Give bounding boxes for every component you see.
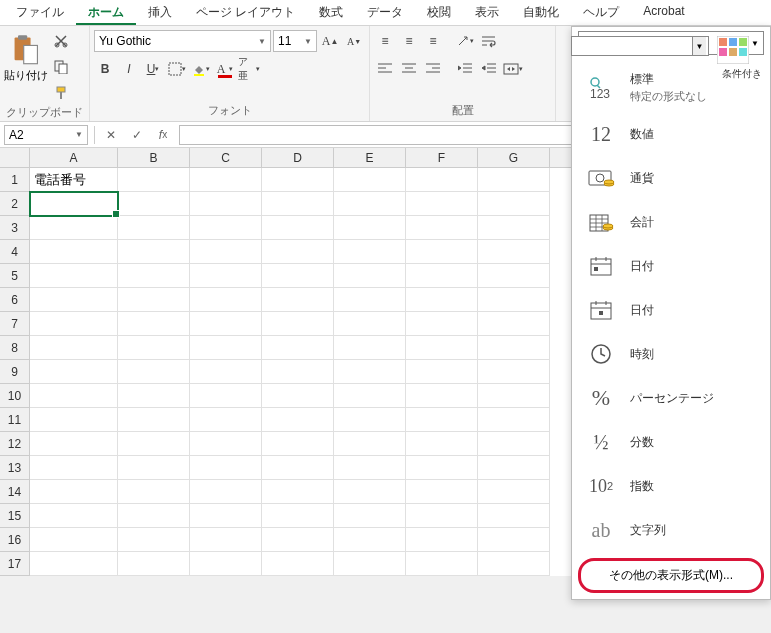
cell[interactable] xyxy=(406,168,478,192)
cell[interactable] xyxy=(118,552,190,576)
increase-font-button[interactable]: A▲ xyxy=(319,30,341,52)
number-format-combo[interactable]: ▼ xyxy=(571,36,709,56)
cell[interactable] xyxy=(478,192,550,216)
row-header[interactable]: 6 xyxy=(0,288,30,312)
format-painter-button[interactable] xyxy=(50,82,72,104)
align-middle-button[interactable]: ≡ xyxy=(398,30,420,52)
cell[interactable] xyxy=(406,480,478,504)
font-color-button[interactable]: A▾ xyxy=(214,58,236,80)
cell[interactable] xyxy=(334,552,406,576)
cell[interactable] xyxy=(406,336,478,360)
tab-data[interactable]: データ xyxy=(355,0,415,25)
cell[interactable] xyxy=(30,528,118,552)
cell[interactable] xyxy=(262,336,334,360)
cell[interactable]: 電話番号 xyxy=(30,168,118,192)
cell[interactable] xyxy=(118,336,190,360)
cell[interactable] xyxy=(118,456,190,480)
cell[interactable] xyxy=(118,264,190,288)
format-number[interactable]: 12 数値 xyxy=(572,112,770,156)
cell[interactable] xyxy=(334,216,406,240)
cell[interactable] xyxy=(118,360,190,384)
tab-formula[interactable]: 数式 xyxy=(307,0,355,25)
cell[interactable] xyxy=(30,504,118,528)
row-header[interactable]: 11 xyxy=(0,408,30,432)
row-header[interactable]: 13 xyxy=(0,456,30,480)
select-all-button[interactable] xyxy=(0,148,30,167)
format-date-long[interactable]: 日付 xyxy=(572,288,770,332)
cell[interactable] xyxy=(406,552,478,576)
cell[interactable] xyxy=(478,168,550,192)
row-header[interactable]: 9 xyxy=(0,360,30,384)
cell[interactable] xyxy=(406,432,478,456)
enter-button[interactable]: ✓ xyxy=(127,125,147,145)
cell[interactable] xyxy=(478,528,550,552)
format-currency[interactable]: 通貨 xyxy=(572,156,770,200)
cell[interactable] xyxy=(478,456,550,480)
tab-acrobat[interactable]: Acrobat xyxy=(631,0,696,25)
cell[interactable] xyxy=(118,384,190,408)
cell[interactable] xyxy=(478,336,550,360)
cell[interactable] xyxy=(406,240,478,264)
cell[interactable] xyxy=(334,456,406,480)
row-header[interactable]: 2 xyxy=(0,192,30,216)
row-header[interactable]: 14 xyxy=(0,480,30,504)
cell[interactable] xyxy=(190,432,262,456)
cell[interactable] xyxy=(478,480,550,504)
cell[interactable] xyxy=(190,288,262,312)
cell[interactable] xyxy=(406,408,478,432)
cell[interactable] xyxy=(262,360,334,384)
cell[interactable] xyxy=(190,552,262,576)
fx-button[interactable]: fx xyxy=(153,125,173,145)
format-text[interactable]: ab 文字列 xyxy=(572,508,770,552)
bold-button[interactable]: B xyxy=(94,58,116,80)
cell[interactable] xyxy=(478,504,550,528)
cell[interactable] xyxy=(190,336,262,360)
cell[interactable] xyxy=(30,264,118,288)
cell[interactable] xyxy=(118,408,190,432)
tab-view[interactable]: 表示 xyxy=(463,0,511,25)
align-bottom-button[interactable]: ≡ xyxy=(422,30,444,52)
cell[interactable] xyxy=(262,480,334,504)
cell[interactable] xyxy=(478,240,550,264)
cell[interactable] xyxy=(118,432,190,456)
row-header[interactable]: 10 xyxy=(0,384,30,408)
phonetic-button[interactable]: ア亜▾ xyxy=(238,58,260,80)
cell[interactable] xyxy=(406,192,478,216)
cell[interactable] xyxy=(30,456,118,480)
cell[interactable] xyxy=(478,216,550,240)
cell[interactable] xyxy=(30,432,118,456)
row-header[interactable]: 7 xyxy=(0,312,30,336)
cell[interactable] xyxy=(118,168,190,192)
cell[interactable] xyxy=(30,480,118,504)
cell[interactable] xyxy=(262,168,334,192)
format-percent[interactable]: % パーセンテージ xyxy=(572,376,770,420)
column-header[interactable]: D xyxy=(262,148,334,167)
column-header[interactable]: B xyxy=(118,148,190,167)
cell[interactable] xyxy=(334,480,406,504)
cell[interactable] xyxy=(478,552,550,576)
cell[interactable] xyxy=(334,264,406,288)
column-header[interactable]: F xyxy=(406,148,478,167)
cell[interactable] xyxy=(478,408,550,432)
cell[interactable] xyxy=(118,240,190,264)
cell[interactable] xyxy=(334,336,406,360)
cell[interactable] xyxy=(262,240,334,264)
cell[interactable] xyxy=(262,312,334,336)
cell[interactable] xyxy=(334,408,406,432)
cell[interactable] xyxy=(262,432,334,456)
cell[interactable] xyxy=(262,216,334,240)
increase-indent-button[interactable] xyxy=(478,58,500,80)
row-header[interactable]: 3 xyxy=(0,216,30,240)
tab-insert[interactable]: 挿入 xyxy=(136,0,184,25)
cell[interactable] xyxy=(190,480,262,504)
cell[interactable] xyxy=(406,528,478,552)
cell[interactable] xyxy=(190,216,262,240)
cell[interactable] xyxy=(262,456,334,480)
row-header[interactable]: 12 xyxy=(0,432,30,456)
tab-home[interactable]: ホーム xyxy=(76,0,136,25)
decrease-indent-button[interactable] xyxy=(454,58,476,80)
row-header[interactable]: 5 xyxy=(0,264,30,288)
format-scientific[interactable]: 102 指数 xyxy=(572,464,770,508)
cell[interactable] xyxy=(118,504,190,528)
cell[interactable] xyxy=(406,312,478,336)
